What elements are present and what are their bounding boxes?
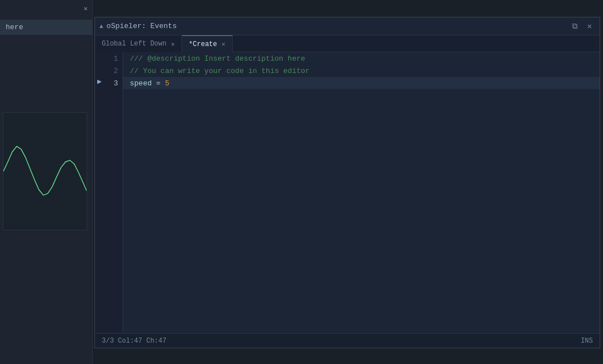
code-number-5: 5 bbox=[165, 79, 169, 88]
code-variable-speed: speed bbox=[130, 79, 152, 88]
code-comment-1: /// @description Insert description here bbox=[130, 54, 305, 63]
gutter: 1 2 3 ▶ bbox=[95, 52, 123, 333]
restore-button[interactable]: ⧉ bbox=[569, 21, 581, 32]
code-comment-2: // You can write your code in this edito… bbox=[130, 67, 310, 75]
close-button[interactable]: ✕ bbox=[584, 21, 595, 32]
code-op-equals: = bbox=[152, 79, 165, 88]
title-bar: ▲ oSpieler: Events ⧉ ✕ bbox=[95, 17, 600, 35]
tab-label-global-left-down: Global Left Down bbox=[102, 40, 166, 48]
sine-chart bbox=[3, 113, 87, 230]
title-bar-title: oSpieler: Events bbox=[107, 22, 569, 30]
svg-rect-0 bbox=[3, 113, 87, 229]
gutter-arrow: ▶ bbox=[97, 77, 102, 86]
editor-window: ▲ oSpieler: Events ⧉ ✕ Global Left Down … bbox=[94, 17, 600, 348]
code-area[interactable]: /// @description Insert description here… bbox=[123, 52, 600, 333]
editor-body: 1 2 3 ▶ /// @description Insert descript… bbox=[95, 52, 600, 333]
tab-close-global-left-down[interactable]: ✕ bbox=[171, 40, 175, 48]
tab-label-create: *Create bbox=[189, 40, 217, 48]
left-panel-item[interactable]: here bbox=[0, 20, 92, 35]
status-position: 3/3 Col:47 Ch:47 bbox=[102, 337, 166, 345]
code-line-1: /// @description Insert description here bbox=[123, 52, 600, 65]
left-panel-close-btn[interactable]: ✕ bbox=[84, 4, 88, 13]
tab-global-left-down[interactable]: Global Left Down ✕ bbox=[95, 35, 182, 52]
tab-close-create[interactable]: ✕ bbox=[221, 40, 225, 48]
status-mode: INS bbox=[581, 337, 593, 345]
line-num-2: 2 bbox=[95, 65, 123, 77]
title-bar-controls: ⧉ ✕ bbox=[569, 21, 595, 32]
code-line-3: speed = 5 bbox=[123, 77, 600, 89]
chart-area bbox=[3, 112, 87, 230]
title-bar-icon: ▲ bbox=[99, 23, 103, 30]
left-panel: ✕ here bbox=[0, 0, 93, 364]
tab-create[interactable]: *Create ✕ bbox=[182, 35, 233, 52]
tab-bar: Global Left Down ✕ *Create ✕ bbox=[95, 35, 600, 52]
line-num-1: 1 bbox=[95, 52, 123, 65]
status-bar: 3/3 Col:47 Ch:47 INS bbox=[95, 333, 600, 348]
code-line-2: // You can write your code in this edito… bbox=[123, 65, 600, 77]
